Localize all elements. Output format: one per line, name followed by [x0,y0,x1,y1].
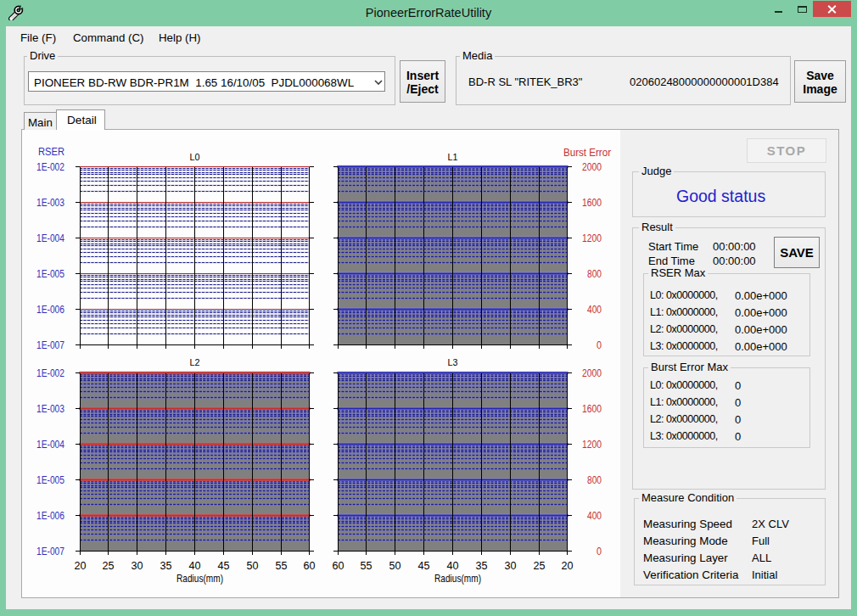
svg-text:1E-005: 1E-005 [36,267,64,280]
svg-text:1200: 1200 [582,232,602,244]
svg-text:1E-004: 1E-004 [36,438,64,451]
svg-text:1E-003: 1E-003 [36,402,64,415]
svg-text:1E-004: 1E-004 [36,232,64,244]
svg-text:35: 35 [476,559,488,572]
svg-text:60: 60 [304,559,316,572]
svg-text:30: 30 [132,559,143,572]
svg-text:1600: 1600 [582,402,602,415]
svg-text:45: 45 [418,559,430,572]
svg-text:Radius(mm): Radius(mm) [434,572,481,585]
svg-text:20: 20 [562,559,574,572]
svg-text:35: 35 [160,559,172,572]
svg-text:2000: 2000 [582,367,602,379]
svg-text:L3: L3 [448,357,458,367]
svg-text:25: 25 [103,559,115,572]
svg-text:400: 400 [587,303,602,316]
svg-text:2000: 2000 [582,160,602,173]
svg-text:40: 40 [447,559,459,572]
svg-text:L2: L2 [190,357,200,367]
svg-text:25: 25 [534,559,546,572]
svg-text:0: 0 [597,339,602,351]
svg-text:30: 30 [505,559,517,572]
svg-text:45: 45 [218,559,230,572]
svg-text:L1: L1 [448,152,458,162]
svg-text:50: 50 [389,559,401,572]
svg-text:L0: L0 [190,152,200,162]
svg-text:800: 800 [587,267,602,280]
svg-text:1E-005: 1E-005 [36,473,64,486]
svg-text:40: 40 [189,559,201,572]
svg-text:400: 400 [587,509,602,522]
svg-text:1E-002: 1E-002 [36,160,64,173]
svg-text:Radius(mm): Radius(mm) [176,572,223,585]
svg-text:0: 0 [597,545,602,557]
svg-text:1E-007: 1E-007 [36,545,64,557]
svg-text:50: 50 [247,559,259,572]
svg-text:55: 55 [361,559,372,572]
svg-text:1E-003: 1E-003 [36,196,64,209]
svg-text:Burst Error: Burst Error [563,146,612,159]
svg-text:60: 60 [333,559,344,572]
svg-text:1E-006: 1E-006 [36,509,64,522]
svg-text:1E-007: 1E-007 [36,339,64,351]
svg-text:1600: 1600 [582,196,602,209]
svg-text:1E-006: 1E-006 [36,303,64,316]
svg-text:20: 20 [75,559,87,572]
svg-text:1E-002: 1E-002 [36,367,64,379]
svg-text:RSER: RSER [38,145,64,158]
svg-text:1200: 1200 [582,438,602,451]
svg-text:800: 800 [587,473,602,486]
svg-text:55: 55 [276,559,288,572]
